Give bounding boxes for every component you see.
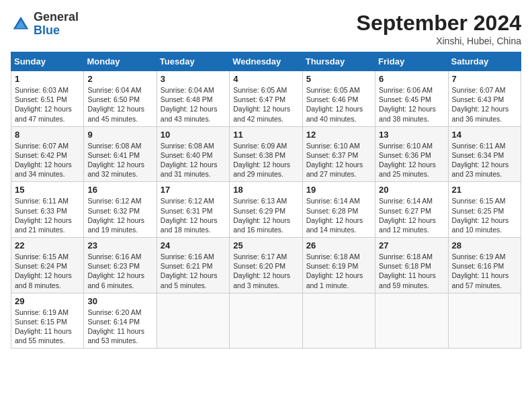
day-info: Sunrise: 6:18 AM Sunset: 6:18 PM Dayligh… <box>379 252 444 290</box>
day-info: Sunrise: 6:14 AM Sunset: 6:27 PM Dayligh… <box>379 196 444 234</box>
day-cell-16: 16 Sunrise: 6:12 AM Sunset: 6:32 PM Dayl… <box>84 182 157 238</box>
day-info: Sunrise: 6:15 AM Sunset: 6:24 PM Dayligh… <box>15 252 80 290</box>
day-cell-4: 4 Sunrise: 6:05 AM Sunset: 6:47 PM Dayli… <box>230 71 302 127</box>
day-number: 20 <box>379 185 444 195</box>
day-info: Sunrise: 6:16 AM Sunset: 6:21 PM Dayligh… <box>161 252 226 290</box>
calendar-table: SundayMondayTuesdayWednesdayThursdayFrid… <box>11 52 521 349</box>
day-number: 6 <box>379 74 444 84</box>
day-cell-19: 19 Sunrise: 6:14 AM Sunset: 6:28 PM Dayl… <box>302 182 375 238</box>
day-cell-8: 8 Sunrise: 6:07 AM Sunset: 6:42 PM Dayli… <box>11 126 84 182</box>
day-info: Sunrise: 6:14 AM Sunset: 6:28 PM Dayligh… <box>306 196 371 234</box>
day-info: Sunrise: 6:19 AM Sunset: 6:15 PM Dayligh… <box>15 308 80 346</box>
day-number: 23 <box>87 240 152 250</box>
day-info: Sunrise: 6:17 AM Sunset: 6:20 PM Dayligh… <box>233 252 298 290</box>
day-info: Sunrise: 6:11 AM Sunset: 6:34 PM Dayligh… <box>452 141 517 179</box>
day-cell-7: 7 Sunrise: 6:07 AM Sunset: 6:43 PM Dayli… <box>448 71 521 127</box>
day-number: 21 <box>452 185 517 195</box>
day-cell-22: 22 Sunrise: 6:15 AM Sunset: 6:24 PM Dayl… <box>11 238 84 293</box>
day-headers-row: SundayMondayTuesdayWednesdayThursdayFrid… <box>11 52 521 71</box>
day-number: 24 <box>161 240 226 250</box>
empty-cell <box>230 293 302 349</box>
day-header-tuesday: Tuesday <box>157 52 229 71</box>
day-cell-20: 20 Sunrise: 6:14 AM Sunset: 6:27 PM Dayl… <box>375 182 448 238</box>
day-cell-13: 13 Sunrise: 6:10 AM Sunset: 6:36 PM Dayl… <box>375 126 448 182</box>
day-cell-12: 12 Sunrise: 6:10 AM Sunset: 6:37 PM Dayl… <box>302 126 375 182</box>
logo-general: General <box>34 10 79 24</box>
day-cell-14: 14 Sunrise: 6:11 AM Sunset: 6:34 PM Dayl… <box>448 126 521 182</box>
day-number: 18 <box>233 185 298 195</box>
day-info: Sunrise: 6:05 AM Sunset: 6:47 PM Dayligh… <box>233 85 298 124</box>
day-number: 15 <box>15 185 80 195</box>
day-cell-17: 17 Sunrise: 6:12 AM Sunset: 6:31 PM Dayl… <box>157 182 229 238</box>
day-cell-26: 26 Sunrise: 6:18 AM Sunset: 6:19 PM Dayl… <box>302 238 375 293</box>
day-number: 29 <box>15 296 80 306</box>
day-info: Sunrise: 6:13 AM Sunset: 6:29 PM Dayligh… <box>233 196 298 234</box>
day-number: 2 <box>87 74 152 84</box>
day-cell-3: 3 Sunrise: 6:04 AM Sunset: 6:48 PM Dayli… <box>157 71 229 127</box>
day-header-monday: Monday <box>84 52 157 71</box>
day-number: 28 <box>452 240 517 250</box>
empty-cell <box>302 293 375 349</box>
day-cell-30: 30 Sunrise: 6:20 AM Sunset: 6:14 PM Dayl… <box>84 293 157 349</box>
calendar-week-5: 29 Sunrise: 6:19 AM Sunset: 6:15 PM Dayl… <box>11 293 521 349</box>
empty-cell <box>448 293 521 349</box>
day-info: Sunrise: 6:08 AM Sunset: 6:40 PM Dayligh… <box>161 141 226 179</box>
day-cell-23: 23 Sunrise: 6:16 AM Sunset: 6:23 PM Dayl… <box>84 238 157 293</box>
day-info: Sunrise: 6:12 AM Sunset: 6:31 PM Dayligh… <box>161 196 226 234</box>
day-info: Sunrise: 6:12 AM Sunset: 6:32 PM Dayligh… <box>87 196 152 234</box>
day-cell-2: 2 Sunrise: 6:04 AM Sunset: 6:50 PM Dayli… <box>84 71 157 127</box>
location: Xinshi, Hubei, China <box>357 36 521 46</box>
day-header-friday: Friday <box>375 52 448 71</box>
day-number: 10 <box>161 130 226 140</box>
day-cell-25: 25 Sunrise: 6:17 AM Sunset: 6:20 PM Dayl… <box>230 238 302 293</box>
day-header-saturday: Saturday <box>448 52 521 71</box>
calendar-week-3: 15 Sunrise: 6:11 AM Sunset: 6:33 PM Dayl… <box>11 182 521 238</box>
day-info: Sunrise: 6:07 AM Sunset: 6:42 PM Dayligh… <box>15 141 80 179</box>
day-info: Sunrise: 6:03 AM Sunset: 6:51 PM Dayligh… <box>15 85 80 124</box>
day-number: 16 <box>87 185 152 195</box>
day-number: 14 <box>452 130 517 140</box>
day-info: Sunrise: 6:08 AM Sunset: 6:41 PM Dayligh… <box>87 141 152 179</box>
day-info: Sunrise: 6:09 AM Sunset: 6:38 PM Dayligh… <box>233 141 298 179</box>
day-cell-11: 11 Sunrise: 6:09 AM Sunset: 6:38 PM Dayl… <box>230 126 302 182</box>
day-number: 5 <box>306 74 371 84</box>
day-cell-18: 18 Sunrise: 6:13 AM Sunset: 6:29 PM Dayl… <box>230 182 302 238</box>
day-info: Sunrise: 6:10 AM Sunset: 6:37 PM Dayligh… <box>306 141 371 179</box>
day-info: Sunrise: 6:19 AM Sunset: 6:16 PM Dayligh… <box>452 252 517 290</box>
day-header-thursday: Thursday <box>302 52 375 71</box>
day-number: 7 <box>452 74 517 84</box>
day-cell-1: 1 Sunrise: 6:03 AM Sunset: 6:51 PM Dayli… <box>11 71 84 127</box>
day-info: Sunrise: 6:20 AM Sunset: 6:14 PM Dayligh… <box>87 308 152 346</box>
day-number: 9 <box>87 130 152 140</box>
day-number: 19 <box>306 185 371 195</box>
month-title: September 2024 <box>357 11 521 36</box>
logo-text: General Blue <box>34 11 79 38</box>
day-info: Sunrise: 6:06 AM Sunset: 6:45 PM Dayligh… <box>379 85 444 124</box>
day-info: Sunrise: 6:11 AM Sunset: 6:33 PM Dayligh… <box>15 196 80 234</box>
logo-icon <box>11 14 31 34</box>
day-number: 22 <box>15 240 80 250</box>
logo: General Blue <box>11 11 79 38</box>
day-number: 30 <box>87 296 152 306</box>
day-number: 26 <box>306 240 371 250</box>
day-number: 12 <box>306 130 371 140</box>
day-cell-9: 9 Sunrise: 6:08 AM Sunset: 6:41 PM Dayli… <box>84 126 157 182</box>
logo-blue: Blue <box>34 24 60 37</box>
day-info: Sunrise: 6:15 AM Sunset: 6:25 PM Dayligh… <box>452 196 517 234</box>
day-number: 3 <box>161 74 226 84</box>
day-header-wednesday: Wednesday <box>230 52 302 71</box>
day-number: 4 <box>233 74 298 84</box>
day-cell-10: 10 Sunrise: 6:08 AM Sunset: 6:40 PM Dayl… <box>157 126 229 182</box>
calendar-week-1: 1 Sunrise: 6:03 AM Sunset: 6:51 PM Dayli… <box>11 71 521 127</box>
day-info: Sunrise: 6:16 AM Sunset: 6:23 PM Dayligh… <box>87 252 152 290</box>
day-cell-5: 5 Sunrise: 6:05 AM Sunset: 6:46 PM Dayli… <box>302 71 375 127</box>
day-header-sunday: Sunday <box>11 52 84 71</box>
page-header: General Blue September 2024 Xinshi, Hube… <box>11 11 521 46</box>
day-number: 13 <box>379 130 444 140</box>
calendar-body: 1 Sunrise: 6:03 AM Sunset: 6:51 PM Dayli… <box>11 71 521 349</box>
day-info: Sunrise: 6:04 AM Sunset: 6:48 PM Dayligh… <box>161 85 226 124</box>
empty-cell <box>157 293 229 349</box>
day-number: 27 <box>379 240 444 250</box>
day-info: Sunrise: 6:04 AM Sunset: 6:50 PM Dayligh… <box>87 85 152 124</box>
day-number: 17 <box>161 185 226 195</box>
